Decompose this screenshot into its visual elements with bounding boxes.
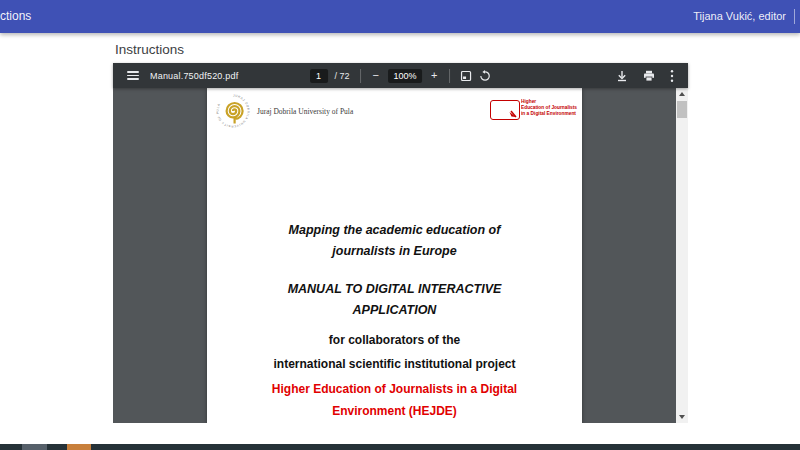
app-bar: Instructions Tijana Vukić, editor	[0, 0, 800, 33]
taskbar-segment-orange	[67, 444, 91, 450]
scroll-down-arrow[interactable]	[679, 415, 685, 419]
page-title: Instructions	[115, 42, 184, 57]
pdf-title-block: Mapping the academic education of journa…	[207, 220, 582, 422]
zoom-in-button[interactable]: +	[429, 70, 439, 81]
zoom-out-button[interactable]: −	[371, 70, 381, 81]
page-count-label: / 72	[335, 71, 350, 81]
svg-text:JURAJ DOBRILA UNIVERSITY OF PU: JURAJ DOBRILA UNIVERSITY OF PULA	[215, 93, 250, 128]
menu-button[interactable]	[127, 69, 139, 82]
toolbar-divider	[360, 69, 361, 83]
doc-body-line2: international scientific institutional p…	[207, 352, 582, 376]
pdf-content-area[interactable]: JURAJ DOBRILA UNIVERSITY OF PULA Juraj D…	[113, 88, 676, 423]
university-name-label: Juraj Dobrila University of Pula	[257, 107, 353, 116]
more-options-button[interactable]	[670, 69, 674, 83]
hejde-logo-icon	[490, 100, 520, 120]
kebab-menu-icon	[670, 69, 674, 83]
pdf-page: JURAJ DOBRILA UNIVERSITY OF PULA Juraj D…	[207, 88, 582, 423]
pdf-viewer: Manual.750df520.pdf / 72 − 100% +	[113, 63, 688, 423]
print-icon	[643, 70, 655, 82]
university-seal-icon: JURAJ DOBRILA UNIVERSITY OF PULA	[215, 93, 251, 129]
pdf-toolbar: Manual.750df520.pdf / 72 − 100% +	[113, 63, 688, 88]
scroll-up-arrow[interactable]	[679, 92, 685, 96]
zoom-level-value[interactable]: 100%	[388, 69, 422, 83]
bottom-taskbar-edge	[0, 444, 800, 450]
download-button[interactable]	[616, 70, 628, 82]
user-menu[interactable]: Tijana Vukić, editor	[693, 10, 786, 22]
seal-ring-text: JURAJ DOBRILA UNIVERSITY OF PULA	[215, 93, 250, 128]
doc-subtitle-line1: MANUAL TO DIGITAL INTERACTIVE	[207, 279, 582, 300]
scrollbar-thumb[interactable]	[677, 101, 687, 118]
pdf-filename: Manual.750df520.pdf	[150, 71, 238, 81]
taskbar-segment-gray	[22, 444, 47, 450]
pdf-scrollbar[interactable]	[676, 88, 688, 423]
toolbar-divider	[449, 69, 450, 83]
nav-item-instructions[interactable]: Instructions	[0, 9, 31, 23]
doc-project-name-line1: Higher Education of Journalists in a Dig…	[207, 378, 582, 400]
print-button[interactable]	[643, 70, 655, 82]
doc-subtitle-line2: APPLICATION	[207, 300, 582, 321]
hejde-logo-text: Higher Education of Journalists in a Dig…	[521, 99, 577, 116]
rotate-button[interactable]	[479, 70, 491, 82]
fit-to-page-button[interactable]	[460, 70, 472, 82]
doc-title-line1: Mapping the academic education of	[207, 220, 582, 241]
doc-title-line2: journalists in Europe	[207, 241, 582, 262]
hamburger-icon	[127, 69, 139, 82]
cursor-arrow-icon	[508, 109, 517, 118]
rotate-icon	[479, 70, 491, 82]
page-number-input[interactable]	[310, 69, 328, 83]
doc-project-name-line2: Environment (HEJDE)	[207, 400, 582, 422]
app-bar-divider	[794, 9, 795, 24]
fit-page-icon	[460, 70, 472, 82]
download-icon	[616, 70, 628, 82]
doc-body-line1: for collaborators of the	[207, 328, 582, 352]
